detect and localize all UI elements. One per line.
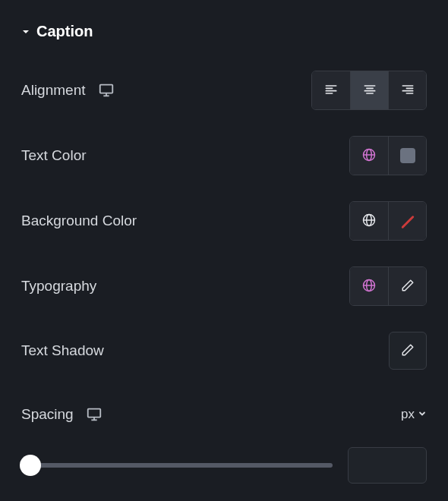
- bg-color-row: Background Color: [21, 201, 427, 241]
- svg-rect-24: [87, 409, 100, 417]
- spacing-unit-picker[interactable]: px: [401, 407, 427, 422]
- typography-global-button[interactable]: [350, 267, 388, 305]
- no-color-icon: [397, 210, 418, 232]
- spacing-input[interactable]: [348, 447, 427, 484]
- globe-icon: [361, 278, 377, 295]
- caret-down-icon: [21, 27, 30, 36]
- caption-section-toggle[interactable]: Caption: [21, 23, 427, 40]
- alignment-row: Alignment: [21, 71, 427, 110]
- typography-row: Typography: [21, 266, 427, 306]
- bg-color-global-button[interactable]: [350, 202, 388, 240]
- unit-value: px: [401, 407, 415, 422]
- align-center-icon: [362, 82, 377, 99]
- pencil-icon: [401, 279, 415, 295]
- align-right-icon: [400, 82, 415, 99]
- align-right-button[interactable]: [388, 71, 426, 109]
- section-title: Caption: [36, 23, 93, 40]
- desktop-icon[interactable]: [86, 406, 103, 423]
- text-color-label: Text Color: [21, 147, 87, 164]
- text-shadow-row: Text Shadow: [21, 332, 427, 370]
- bg-color-label: Background Color: [21, 213, 137, 229]
- typography-label: Typography: [21, 278, 96, 295]
- alignment-buttons: [311, 71, 427, 110]
- spacing-slider[interactable]: [21, 463, 333, 468]
- chevron-down-icon: [418, 407, 427, 422]
- text-color-global-button[interactable]: [350, 137, 388, 175]
- align-left-button[interactable]: [312, 71, 350, 109]
- pencil-icon: [401, 343, 415, 359]
- spacing-label: Spacing: [21, 406, 74, 423]
- text-color-controls: [349, 136, 427, 175]
- text-shadow-label: Text Shadow: [21, 342, 104, 359]
- typography-edit-button[interactable]: [388, 267, 426, 305]
- spacing-controls: [21, 447, 427, 484]
- text-shadow-edit-button[interactable]: [389, 332, 427, 370]
- text-color-row: Text Color: [21, 136, 427, 175]
- desktop-icon[interactable]: [98, 82, 115, 99]
- globe-icon: [361, 147, 377, 165]
- bg-color-controls: [349, 201, 427, 241]
- bg-color-picker-button[interactable]: [388, 202, 426, 240]
- alignment-label: Alignment: [21, 82, 86, 99]
- globe-icon: [361, 213, 377, 230]
- spacing-row: Spacing px: [21, 395, 427, 433]
- svg-rect-0: [99, 85, 112, 93]
- typography-controls: [349, 266, 427, 306]
- text-color-picker-button[interactable]: [388, 137, 426, 175]
- color-swatch: [400, 148, 415, 163]
- align-center-button[interactable]: [350, 71, 388, 109]
- align-left-icon: [323, 82, 339, 99]
